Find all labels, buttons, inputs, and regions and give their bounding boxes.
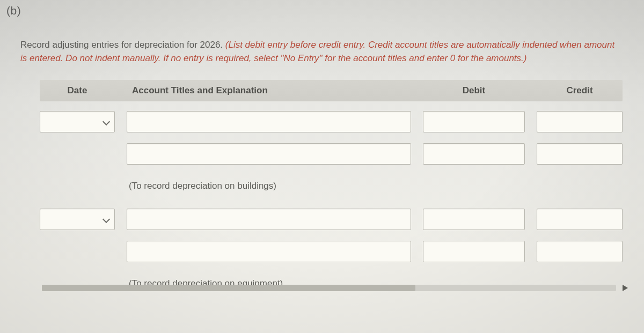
debit-input[interactable]	[423, 241, 525, 262]
header-debit: Debit	[423, 85, 525, 96]
account-input[interactable]	[127, 241, 411, 262]
table-header-row: Date Account Titles and Explanation Debi…	[40, 80, 623, 101]
credit-input[interactable]	[537, 241, 623, 262]
scroll-right-icon[interactable]	[623, 285, 629, 291]
date-select[interactable]	[40, 111, 115, 132]
table-row	[40, 143, 623, 165]
scrollbar-track[interactable]	[42, 285, 616, 291]
debit-input[interactable]	[423, 143, 525, 165]
table-row	[40, 111, 623, 132]
date-placeholder	[40, 175, 115, 197]
chevron-down-icon	[103, 216, 110, 223]
table-row	[40, 209, 623, 230]
horizontal-scrollbar[interactable]	[42, 284, 629, 292]
account-input[interactable]	[127, 209, 411, 230]
date-placeholder	[40, 143, 115, 165]
header-credit: Credit	[537, 85, 623, 96]
instructions-lead: Record adjusting entries for depreciatio…	[20, 40, 225, 50]
header-account: Account Titles and Explanation	[127, 85, 411, 96]
journal-table: Date Account Titles and Explanation Debi…	[40, 80, 623, 294]
credit-input[interactable]	[537, 209, 623, 230]
header-date: Date	[40, 85, 115, 96]
question-panel: (b) Record adjusting entries for depreci…	[0, 0, 644, 294]
account-input[interactable]	[127, 143, 411, 165]
table-row	[40, 241, 623, 262]
credit-input[interactable]	[537, 143, 623, 165]
debit-input[interactable]	[423, 209, 525, 230]
chevron-down-icon	[103, 118, 110, 125]
debit-input[interactable]	[423, 111, 525, 132]
date-placeholder	[40, 241, 115, 262]
account-input[interactable]	[127, 111, 411, 132]
date-select[interactable]	[40, 209, 115, 230]
table-row: (To record depreciation on buildings)	[40, 175, 623, 197]
credit-input[interactable]	[537, 111, 623, 132]
scrollbar-thumb[interactable]	[42, 285, 415, 291]
part-label: (b)	[6, 4, 634, 17]
instructions: Record adjusting entries for depreciatio…	[20, 39, 620, 65]
entry-caption: (To record depreciation on buildings)	[127, 181, 411, 191]
